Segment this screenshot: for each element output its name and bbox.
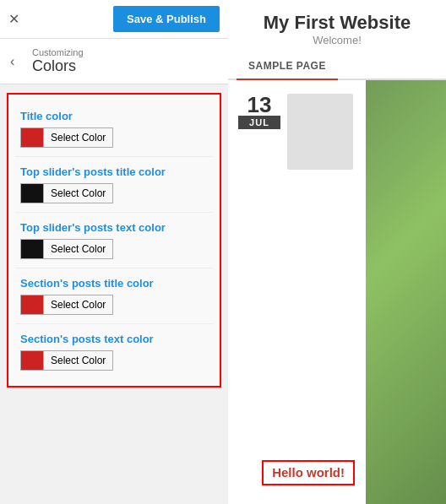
color-label-section-text: Section's posts text color	[20, 333, 208, 345]
site-header: My First Website Welcome!	[228, 0, 446, 53]
date-number: 13	[238, 94, 280, 116]
color-selector-slider-text: Select Color	[20, 239, 208, 259]
color-row-slider-text: Top slider's posts text color Select Col…	[15, 213, 213, 268]
color-settings-panel: Title color Select Color Top slider's po…	[7, 93, 221, 387]
site-title: My First Website	[243, 12, 431, 34]
color-label-slider-text: Top slider's posts text color	[20, 221, 208, 234]
color-selector-slider-title: Select Color	[20, 183, 208, 203]
hello-world-box: Hello world!	[262, 460, 355, 485]
color-row-title: Title color Select Color	[15, 101, 213, 157]
side-image	[366, 80, 446, 504]
color-row-section-title: Section's posts title color Select Color	[15, 268, 213, 324]
color-row-section-text: Section's posts text color Select Color	[15, 324, 213, 379]
date-month: JUL	[238, 116, 280, 129]
color-swatch-section-title[interactable]	[20, 295, 44, 315]
select-color-button-section-text[interactable]: Select Color	[44, 350, 113, 371]
color-label-title: Title color	[20, 110, 208, 122]
customizing-label: Customizing	[32, 47, 216, 57]
color-swatch-title[interactable]	[20, 127, 44, 148]
select-color-button-title[interactable]: Select Color	[44, 127, 113, 148]
color-label-section-title: Section's posts title color	[20, 277, 208, 290]
color-label-slider-title: Top slider's posts title color	[20, 165, 208, 178]
select-color-button-slider-text[interactable]: Select Color	[44, 239, 113, 259]
content-placeholder	[287, 94, 353, 170]
back-arrow-icon[interactable]: ‹	[10, 54, 14, 69]
nav-tabs: SAMPLE PAGE	[228, 53, 446, 80]
color-swatch-slider-text[interactable]	[20, 239, 44, 259]
preview-panel: My First Website Welcome! SAMPLE PAGE 13…	[228, 0, 446, 504]
preview-content: 13 JUL Hello world!	[228, 80, 446, 504]
color-selector-section-title: Select Color	[20, 295, 208, 315]
section-title: Colors	[32, 57, 216, 75]
color-selector-title: Select Color	[20, 127, 208, 148]
color-swatch-slider-title[interactable]	[20, 183, 44, 203]
close-icon[interactable]: ✕	[8, 11, 19, 27]
tab-sample-page[interactable]: SAMPLE PAGE	[237, 53, 338, 80]
top-bar: ✕ Save & Publish	[0, 0, 228, 39]
save-publish-button[interactable]: Save & Publish	[113, 6, 220, 32]
site-tagline: Welcome!	[243, 34, 431, 46]
color-selector-section-text: Select Color	[20, 350, 208, 371]
select-color-button-slider-title[interactable]: Select Color	[44, 183, 113, 203]
color-row-slider-title: Top slider's posts title color Select Co…	[15, 157, 213, 213]
select-color-button-section-title[interactable]: Select Color	[44, 295, 113, 315]
customizing-header: ‹ Customizing Colors	[0, 39, 228, 84]
hello-world-text: Hello world!	[272, 465, 345, 480]
date-block: 13 JUL	[238, 94, 280, 129]
color-swatch-section-text[interactable]	[20, 350, 44, 371]
left-panel: ✕ Save & Publish ‹ Customizing Colors Ti…	[0, 0, 228, 504]
